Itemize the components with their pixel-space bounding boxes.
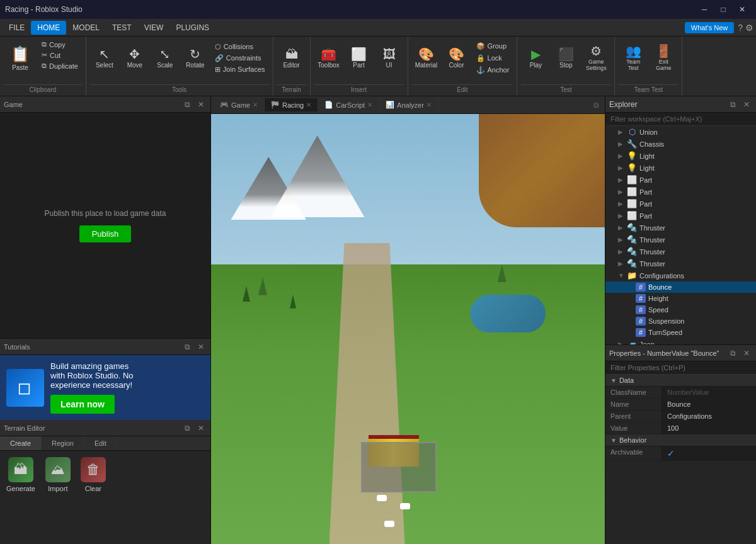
terrain-close-button[interactable]: ✕ xyxy=(195,422,207,434)
prop-row-value[interactable]: Value 100 xyxy=(605,422,756,434)
carscript-tab-close[interactable]: ✕ xyxy=(367,101,372,108)
tree-item-light1[interactable]: ▶ 💡 Light xyxy=(605,150,756,162)
tutorials-close-button[interactable]: ✕ xyxy=(195,341,207,353)
explorer-filter-input[interactable] xyxy=(605,113,756,126)
arrow-light1: ▶ xyxy=(618,152,624,159)
help-icon[interactable]: ? xyxy=(738,23,743,33)
game-settings-button[interactable]: ⚙ GameSettings xyxy=(581,39,610,77)
prop-row-parent[interactable]: Parent Configurations xyxy=(605,411,756,422)
tab-carscript[interactable]: 📄 CarScript ✕ xyxy=(318,98,379,111)
play-button[interactable]: ▶ Play xyxy=(521,39,550,77)
stop-button[interactable]: ⬛ Stop xyxy=(551,39,580,77)
move-button[interactable]: ✥ Move xyxy=(120,39,149,77)
learn-now-button[interactable]: Learn now xyxy=(50,395,115,414)
part-button[interactable]: ⬜ Part xyxy=(345,39,374,77)
scale-button[interactable]: ⤡ Scale xyxy=(151,39,180,77)
tree-item-suspension[interactable]: # Suspension xyxy=(605,315,756,327)
generate-button[interactable]: 🏔 Generate xyxy=(6,457,35,492)
collisions-button[interactable]: ⬡ Collisions xyxy=(211,42,269,52)
tree-item-height[interactable]: # Height xyxy=(605,293,756,304)
import-button[interactable]: ⛰ Import xyxy=(45,457,71,492)
explorer-close-button[interactable]: ✕ xyxy=(741,99,752,110)
tree-item-jeep[interactable]: ▶ 🚙 Jeep xyxy=(605,338,756,344)
props-section-data[interactable]: ▼ Data xyxy=(605,375,756,387)
tree-item-part4[interactable]: ▶ ⬜ Part xyxy=(605,210,756,222)
menu-home[interactable]: HOME xyxy=(31,21,66,35)
analyzer-tab-close[interactable]: ✕ xyxy=(427,101,432,108)
menu-file[interactable]: FILE xyxy=(3,21,31,35)
menu-test[interactable]: TEST xyxy=(106,21,138,35)
exit-game-button[interactable]: 🚪 ExitGame xyxy=(649,39,678,77)
tree-item-union[interactable]: ▶ ⬡ Union xyxy=(605,126,756,138)
tree-item-thruster1[interactable]: ▶ 🔩 Thruster xyxy=(605,222,756,234)
props-section-behavior[interactable]: ▼ Behavior xyxy=(605,434,756,446)
anchor-button[interactable]: ⚓ Anchor xyxy=(472,65,513,76)
tree-item-turnspeed[interactable]: # TurnSpeed xyxy=(605,327,756,338)
join-surfaces-button[interactable]: ⊞ Join Surfaces xyxy=(211,64,269,75)
terrain-pop-button[interactable]: ⧉ xyxy=(181,422,193,434)
copy-button[interactable]: ⧉ Copy xyxy=(38,39,82,50)
terrain-tab-create[interactable]: Create xyxy=(0,436,42,450)
tree-item-part3[interactable]: ▶ ⬜ Part xyxy=(605,198,756,210)
tree-item-thruster4[interactable]: ▶ 🔩 Thruster xyxy=(605,258,756,269)
rotate-button[interactable]: ↻ Rotate xyxy=(181,39,210,77)
racing-tab-close[interactable]: ✕ xyxy=(306,101,311,108)
tree-item-configurations[interactable]: ▼ 📁 Configurations xyxy=(605,269,756,281)
maximize-button[interactable]: □ xyxy=(714,3,732,16)
menu-view[interactable]: VIEW xyxy=(138,21,170,35)
game-tab-close[interactable]: ✕ xyxy=(253,101,258,108)
constraints-button[interactable]: 🔗 Constraints xyxy=(211,53,269,64)
color-button[interactable]: 🎨 Color xyxy=(442,39,471,77)
viewport-pop-button[interactable]: ⧉ xyxy=(590,99,602,111)
prop-parent-label: Parent xyxy=(605,411,662,422)
publish-button[interactable]: Publish xyxy=(79,225,132,242)
duplicate-button[interactable]: ⧉ Duplicate xyxy=(38,60,82,71)
menu-model[interactable]: MODEL xyxy=(66,21,106,35)
cut-button[interactable]: ✂ Cut xyxy=(38,50,82,60)
tree-item-light2[interactable]: ▶ 💡 Light xyxy=(605,162,756,174)
team-test-button[interactable]: 👥 TeamTest xyxy=(619,39,648,77)
game-panel-close-button[interactable]: ✕ xyxy=(195,99,207,110)
properties-close-button[interactable]: ✕ xyxy=(741,348,752,359)
terrain-tab-edit[interactable]: Edit xyxy=(84,436,117,450)
arrow-part1: ▶ xyxy=(618,176,624,183)
tree-item-thruster2[interactable]: ▶ 🔩 Thruster xyxy=(605,234,756,246)
prop-row-archivable[interactable]: Archivable ✓ xyxy=(605,446,756,461)
tree-item-part2[interactable]: ▶ ⬜ Part xyxy=(605,186,756,198)
prop-value-value[interactable]: 100 xyxy=(662,422,756,434)
terrain-tab-region[interactable]: Region xyxy=(42,436,84,450)
menu-plugins[interactable]: PLUGINS xyxy=(169,21,215,35)
tree-item-bounce[interactable]: # Bounce xyxy=(605,281,756,293)
lock-button[interactable]: 🔒 Lock xyxy=(472,53,513,64)
group-button[interactable]: 📦 Group xyxy=(472,41,513,52)
clear-button[interactable]: 🗑 Clear xyxy=(81,457,106,492)
explorer-pop-button[interactable]: ⧉ xyxy=(727,99,738,110)
tutorials-text-area: Build amazing gameswith Roblox Studio. N… xyxy=(50,361,204,414)
editor-button[interactable]: 🏔 Editor xyxy=(277,39,306,77)
tab-racing[interactable]: 🏁 Racing ✕ xyxy=(265,98,318,111)
tab-game[interactable]: 🎮 Game ✕ xyxy=(214,98,265,111)
viewport-content[interactable] xyxy=(211,114,605,544)
properties-pop-button[interactable]: ⧉ xyxy=(727,348,738,359)
tab-analyzer[interactable]: 📊 Analyzer ✕ xyxy=(379,98,438,111)
tree-item-chassis[interactable]: ▶ 🔧 Chassis xyxy=(605,138,756,150)
select-button[interactable]: ↖ Select xyxy=(90,39,119,77)
minimize-button[interactable]: ─ xyxy=(696,3,713,16)
game-panel-pop-button[interactable]: ⧉ xyxy=(181,99,193,110)
prop-archivable-value[interactable]: ✓ xyxy=(662,446,756,460)
properties-filter-input[interactable] xyxy=(605,361,756,375)
paste-button[interactable]: 📋 Paste xyxy=(4,39,37,77)
tutorials-pop-button[interactable]: ⧉ xyxy=(181,341,193,353)
prop-name-value[interactable]: Bounce xyxy=(662,399,756,410)
prop-row-name[interactable]: Name Bounce xyxy=(605,399,756,411)
tree-item-speed[interactable]: # Speed xyxy=(605,304,756,315)
tree-item-thruster3[interactable]: ▶ 🔩 Thruster xyxy=(605,246,756,258)
toolbox-button[interactable]: 🧰 Toolbox xyxy=(314,39,343,77)
ui-button[interactable]: 🖼 UI xyxy=(375,39,404,77)
tree-item-part1[interactable]: ▶ ⬜ Part xyxy=(605,174,756,186)
close-button[interactable]: ✕ xyxy=(733,3,751,16)
whats-new-button[interactable]: What's New xyxy=(685,22,734,33)
settings-icon[interactable]: ⚙ xyxy=(745,23,753,33)
prop-parent-value[interactable]: Configurations xyxy=(662,411,756,422)
material-button[interactable]: 🎨 Material xyxy=(412,39,441,77)
